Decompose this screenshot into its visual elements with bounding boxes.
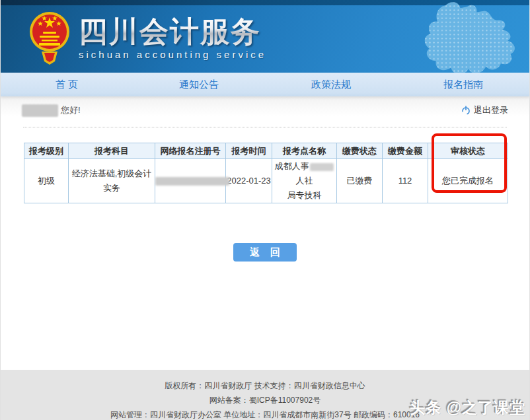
user-bar: 您好! 退出登录 <box>1 96 529 124</box>
cell-exam-date: 2022-01-23 <box>226 159 272 203</box>
table-header-row: 报考级别 报考科目 网络报名注册号 报考时间 报考点名称 缴费状态 缴费金额 审… <box>24 143 508 159</box>
greeting-text: 您好! <box>61 104 81 116</box>
col-payment-amount: 缴费金额 <box>383 143 428 159</box>
registration-table: 报考级别 报考科目 网络报名注册号 报考时间 报考点名称 缴费状态 缴费金额 审… <box>24 143 508 203</box>
site-name-redacted <box>310 163 334 171</box>
cell-level: 初级 <box>24 159 69 203</box>
site-footer: 版权所有：四川省财政厅 技术支持：四川省财政信息中心 网站备案：蜀ICP备110… <box>1 370 529 420</box>
col-registration-no: 网络报名注册号 <box>155 143 226 159</box>
divider <box>23 127 507 127</box>
cell-payment-status: 已缴费 <box>337 159 383 203</box>
col-subjects: 报考科目 <box>69 143 155 159</box>
nav-item-policies[interactable]: 政策法规 <box>265 73 397 96</box>
site-subtitle: sichuan accounting service <box>79 49 266 60</box>
site-header: 四川会计服务 sichuan accounting service <box>1 5 529 73</box>
top-strip <box>1 0 529 5</box>
china-national-emblem-icon <box>28 9 71 67</box>
col-level: 报考级别 <box>24 143 69 159</box>
cell-audit-status: 您已完成报名 <box>428 159 508 203</box>
col-exam-date: 报考时间 <box>226 143 272 159</box>
power-icon <box>461 106 471 115</box>
watermark: 头条 @之了课堂 <box>410 398 525 418</box>
cell-exam-site: 成都人事人社 局专技科 <box>272 159 337 203</box>
nav-item-guide[interactable]: 报名指南 <box>397 73 529 96</box>
col-exam-site: 报考点名称 <box>272 143 337 159</box>
page: 四川会计服务 sichuan accounting service 首 页 通知… <box>0 0 530 420</box>
cell-subjects: 经济法基础,初级会计实务 <box>69 159 155 203</box>
nav-item-notices[interactable]: 通知公告 <box>133 73 265 96</box>
footer-copyright: 版权所有：四川省财政厅 技术支持：四川省财政信息中心 <box>1 378 529 393</box>
logout-button[interactable]: 退出登录 <box>461 104 508 116</box>
col-payment-status: 缴费状态 <box>337 143 383 159</box>
logout-label: 退出登录 <box>474 104 508 116</box>
cell-payment-amount: 112 <box>383 159 428 203</box>
back-button[interactable]: 返 回 <box>233 243 297 262</box>
sichuan-province-map-icon <box>387 0 529 83</box>
user-name-redacted <box>22 104 58 117</box>
main-nav: 首 页 通知公告 政策法规 报名指南 <box>1 73 529 96</box>
cell-registration-no <box>155 159 226 203</box>
site-title: 四川会计服务 <box>79 17 266 47</box>
table-row: 初级 经济法基础,初级会计实务 2022-01-23 成都人事人社 局专技科 已… <box>24 159 508 203</box>
registration-table-wrap: 报考级别 报考科目 网络报名注册号 报考时间 报考点名称 缴费状态 缴费金额 审… <box>24 143 508 203</box>
col-audit-status: 审核状态 <box>428 143 508 159</box>
registration-no-redacted <box>155 177 229 186</box>
main-content: 您好! 退出登录 报考级别 <box>1 96 529 370</box>
nav-item-home[interactable]: 首 页 <box>1 73 133 96</box>
